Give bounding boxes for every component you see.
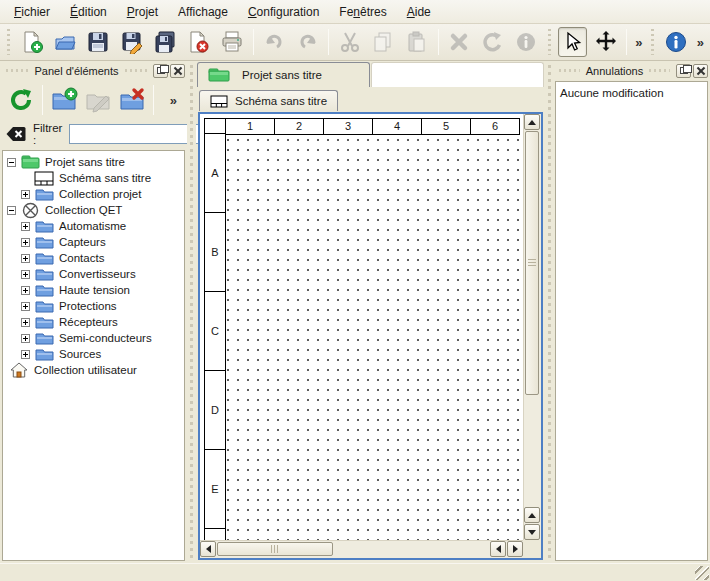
folder-icon xyxy=(34,283,54,298)
horizontal-scrollbar[interactable] xyxy=(200,540,523,558)
close-file-button[interactable] xyxy=(184,27,213,57)
menu-fichier[interactable]: Fichier xyxy=(4,0,60,23)
menu-fenetres[interactable]: Fenêtres xyxy=(329,0,396,23)
tree-item-sources[interactable]: Sources xyxy=(5,346,184,362)
toolbar-overflow-button[interactable]: » xyxy=(693,35,708,50)
tab-schema-sans-titre[interactable]: Schéma sans titre xyxy=(199,90,338,111)
menu-projet[interactable]: Projet xyxy=(117,0,168,23)
save-all-button[interactable] xyxy=(150,27,179,57)
tree-item-collection-projet[interactable]: Collection projet xyxy=(5,186,184,202)
expand-icon[interactable] xyxy=(21,334,30,343)
folder-icon xyxy=(34,347,54,362)
expand-icon[interactable] xyxy=(21,254,30,263)
horizontal-scroll-thumb[interactable] xyxy=(217,542,333,556)
new-category-button[interactable] xyxy=(47,83,81,117)
move-tool-button[interactable] xyxy=(591,27,620,57)
clear-filter-icon[interactable] xyxy=(6,126,26,142)
new-document-button[interactable] xyxy=(17,27,46,57)
expand-icon[interactable] xyxy=(21,350,30,359)
work-area: Panel d'éléments xyxy=(0,61,710,563)
scroll-down-button[interactable] xyxy=(524,524,540,540)
toolbar-grip[interactable] xyxy=(546,29,553,55)
dock-grip xyxy=(559,67,580,74)
undo-history-list: Aucune modification xyxy=(555,81,708,561)
elements-panel-header[interactable]: Panel d'éléments xyxy=(0,61,187,80)
menu-configuration[interactable]: Configuration xyxy=(238,0,329,23)
tree-item-automatisme[interactable]: Automatisme xyxy=(5,218,184,234)
save-button[interactable] xyxy=(84,27,113,57)
filter-row: Filtrer : xyxy=(0,120,187,148)
scroll-left-button-2[interactable] xyxy=(490,541,506,557)
tree-item-semi-conducteurs[interactable]: Semi-conducteurs xyxy=(5,330,184,346)
arrow-left-icon xyxy=(496,545,501,553)
row-header-partial xyxy=(204,528,226,540)
dock-grip xyxy=(125,67,147,74)
rotate-icon xyxy=(481,30,505,54)
folder-icon xyxy=(34,331,54,346)
menu-aide[interactable]: Aide xyxy=(397,0,441,23)
menu-edition[interactable]: Édition xyxy=(60,0,117,23)
toolbar-separator xyxy=(153,85,154,115)
scroll-up-button[interactable] xyxy=(524,114,540,130)
schema-view[interactable]: 1 2 3 4 5 6 A B C D E xyxy=(200,114,523,540)
collapse-icon[interactable] xyxy=(7,206,16,215)
schema-canvas[interactable]: 1 2 3 4 5 6 A B C D E xyxy=(198,112,543,560)
folder-icon xyxy=(34,187,54,202)
redo-button xyxy=(293,27,322,57)
diagram-info-button[interactable] xyxy=(661,27,690,57)
tree-item-protections[interactable]: Protections xyxy=(5,298,184,314)
save-as-button[interactable] xyxy=(117,27,146,57)
vertical-scrollbar[interactable] xyxy=(523,114,541,540)
open-project-button[interactable] xyxy=(50,27,79,57)
resize-grip-icon[interactable] xyxy=(695,566,709,580)
expand-icon[interactable] xyxy=(21,238,30,247)
tree-item-contacts[interactable]: Contacts xyxy=(5,250,184,266)
menu-affichage[interactable]: Affichage xyxy=(168,0,238,23)
vertical-scroll-thumb[interactable] xyxy=(525,131,539,395)
select-tool-button[interactable] xyxy=(558,27,587,57)
left-splitter[interactable] xyxy=(187,61,196,563)
expand-icon[interactable] xyxy=(21,222,30,231)
arrow-up-icon xyxy=(528,120,536,125)
reload-collections-button[interactable] xyxy=(4,83,38,117)
expand-icon[interactable] xyxy=(21,270,30,279)
collapse-icon[interactable] xyxy=(7,158,16,167)
cut-button xyxy=(335,27,364,57)
expand-icon[interactable] xyxy=(21,286,30,295)
toolbar-grip[interactable] xyxy=(5,29,12,55)
tree-item-collection-utilisateur[interactable]: Collection utilisateur xyxy=(5,362,184,378)
toolbar-overflow-button[interactable]: » xyxy=(631,35,646,50)
undo-button xyxy=(260,27,289,57)
tree-item-capteurs[interactable]: Capteurs xyxy=(5,234,184,250)
toolbar-separator xyxy=(626,29,627,55)
float-panel-button[interactable] xyxy=(153,64,168,78)
close-panel-button[interactable] xyxy=(170,64,185,78)
toolbar-separator xyxy=(253,29,254,55)
float-panel-button[interactable] xyxy=(676,64,691,78)
toolbar-grip[interactable] xyxy=(650,29,657,55)
undo-panel-header[interactable]: Annulations xyxy=(553,61,710,80)
undo-list-item[interactable]: Aucune modification xyxy=(560,85,703,101)
tree-item-collection-qet[interactable]: Collection QET xyxy=(5,202,184,218)
tree-item-convertisseurs[interactable]: Convertisseurs xyxy=(5,266,184,282)
expand-icon[interactable] xyxy=(21,318,30,327)
close-panel-button[interactable] xyxy=(693,64,708,78)
expand-icon[interactable] xyxy=(21,302,30,311)
panel-toolbar-overflow-button[interactable]: » xyxy=(170,93,183,108)
tree-item-schema-sans-titre[interactable]: Schéma sans titre xyxy=(5,170,184,186)
tree-item-projet-sans-titre[interactable]: Projet sans titre xyxy=(5,154,184,170)
delete-category-button[interactable] xyxy=(115,83,149,117)
project-folder-icon xyxy=(20,155,40,170)
tree-item-recepteurs[interactable]: Récepteurs xyxy=(5,314,184,330)
column-header: 6 xyxy=(470,118,520,135)
scroll-up-button-2[interactable] xyxy=(524,507,540,523)
column-header: 5 xyxy=(421,118,471,135)
paste-icon xyxy=(405,30,429,54)
tree-item-haute-tension[interactable]: Haute tension xyxy=(5,282,184,298)
expand-icon[interactable] xyxy=(21,190,30,199)
scroll-right-button[interactable] xyxy=(507,541,523,557)
scroll-left-button[interactable] xyxy=(200,541,216,557)
tab-projet-sans-titre[interactable]: Projet sans titre xyxy=(197,62,370,87)
print-button[interactable] xyxy=(217,27,246,57)
right-splitter[interactable] xyxy=(546,61,553,563)
